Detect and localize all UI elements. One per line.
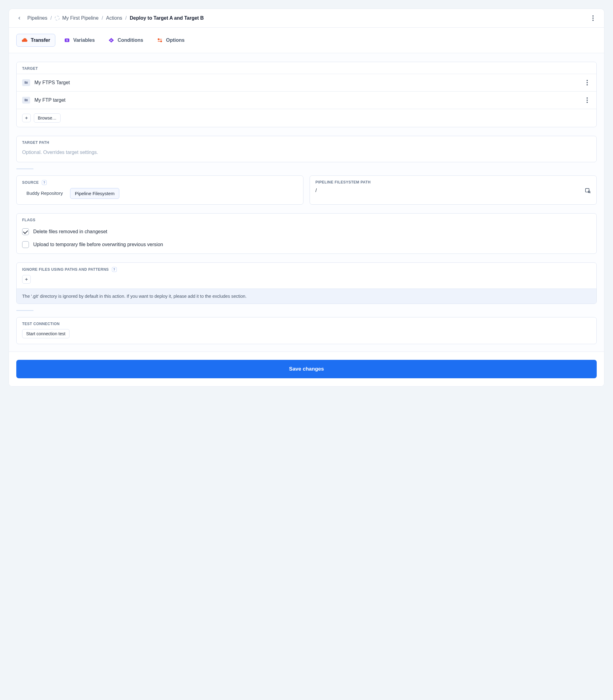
variable-icon: $ (64, 37, 70, 43)
help-icon[interactable]: ? (112, 267, 117, 272)
tab-variables-label: Variables (73, 38, 95, 43)
tab-options[interactable]: Options (152, 34, 190, 47)
test-connection-panel: Test Connection Start connection test (16, 317, 597, 344)
tab-options-label: Options (166, 38, 184, 43)
breadcrumb-current: Deploy to Target A and Target B (130, 15, 204, 21)
filesystem-path-label: Pipeline Filesystem Path (310, 176, 596, 187)
svg-text:$: $ (66, 39, 68, 42)
breadcrumb-separator: / (126, 15, 127, 21)
target-row[interactable]: My FTPS Target (17, 74, 596, 91)
options-icon (157, 37, 163, 43)
source-label: Source ? (17, 176, 303, 188)
flags-panel: Flags Delete files removed in changeset … (16, 213, 597, 254)
save-changes-button[interactable]: Save changes (16, 360, 597, 378)
ignore-note: The '.git' directory is ignored by defau… (17, 289, 596, 304)
section-divider (16, 168, 34, 169)
breadcrumb-separator: / (102, 15, 103, 21)
target-name: My FTP target (35, 97, 65, 103)
tab-transfer[interactable]: Transfer (16, 34, 55, 47)
filesystem-path-value[interactable]: / (315, 188, 317, 193)
breadcrumb-separator: / (50, 15, 52, 21)
folder-icon (22, 79, 30, 86)
browse-targets-button[interactable]: Browse… (34, 114, 61, 123)
page-header: Pipelines / My First Pipeline / Actions … (9, 9, 604, 28)
tab-variables[interactable]: $ Variables (59, 34, 100, 47)
test-connection-label: Test Connection (17, 317, 596, 329)
source-panel: Source ? Buddy Repository Pipeline Files… (16, 175, 303, 204)
breadcrumb: Pipelines / My First Pipeline / Actions … (16, 15, 204, 21)
folder-icon (22, 97, 30, 104)
target-path-input[interactable] (22, 150, 591, 155)
target-path-label: Target Path (17, 136, 596, 148)
flag-upload-temp-label: Upload to temporary file before overwrit… (33, 242, 163, 247)
flag-delete-label: Delete files removed in changeset (33, 229, 107, 235)
source-option-repo[interactable]: Buddy Repository (22, 188, 67, 199)
add-target-button[interactable] (22, 114, 31, 122)
cloud-upload-icon (22, 37, 28, 43)
start-connection-test-button[interactable]: Start connection test (22, 329, 69, 338)
flag-delete-checkbox[interactable] (22, 228, 29, 235)
back-icon[interactable] (16, 15, 23, 21)
footer: Save changes (9, 352, 604, 386)
breadcrumb-pipelines[interactable]: Pipelines (27, 15, 47, 21)
svg-rect-10 (586, 188, 589, 192)
breadcrumb-actions[interactable]: Actions (106, 15, 122, 21)
filesystem-path-panel: Pipeline Filesystem Path / (310, 175, 597, 204)
svg-text:IF: IF (110, 39, 112, 41)
target-panel-label: Target (17, 62, 596, 74)
svg-point-4 (158, 39, 159, 40)
target-name: My FTPS Target (35, 80, 70, 85)
target-path-panel: Target Path (16, 136, 597, 162)
ignore-label: Ignore files using paths and patterns ? (17, 263, 596, 275)
section-divider (16, 310, 34, 311)
target-panel: Target My FTPS Target M (16, 62, 597, 127)
svg-line-12 (590, 193, 590, 193)
target-row[interactable]: My FTP target (17, 91, 596, 109)
flag-upload-temp-checkbox[interactable] (22, 241, 29, 248)
flags-label: Flags (17, 214, 596, 225)
target-row-menu[interactable] (584, 96, 591, 104)
browse-path-icon[interactable] (585, 187, 591, 194)
add-ignore-pattern-button[interactable] (22, 275, 31, 283)
source-option-filesystem[interactable]: Pipeline Filesystem (70, 188, 119, 199)
pipeline-status-icon (55, 16, 60, 21)
header-menu-button[interactable] (589, 14, 597, 22)
svg-point-6 (160, 41, 162, 42)
tab-conditions-label: Conditions (117, 38, 143, 43)
tab-conditions[interactable]: IF Conditions (103, 34, 148, 47)
breadcrumb-pipeline[interactable]: My First Pipeline (62, 15, 99, 21)
ignore-panel: Ignore files using paths and patterns ? … (16, 262, 597, 304)
tab-transfer-label: Transfer (31, 38, 50, 43)
tab-bar: Transfer $ Variables IF Conditions Optio… (9, 28, 604, 53)
condition-icon: IF (108, 37, 114, 43)
target-row-menu[interactable] (584, 79, 591, 87)
help-icon[interactable]: ? (42, 180, 47, 185)
